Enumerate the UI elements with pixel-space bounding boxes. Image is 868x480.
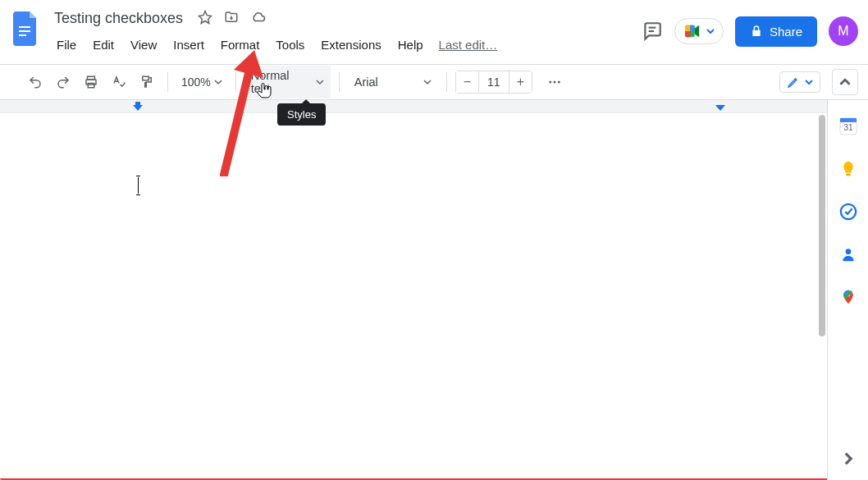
calendar-app-icon[interactable]: 31 <box>838 117 858 136</box>
indent-marker-left[interactable] <box>133 102 143 112</box>
svg-rect-1 <box>19 30 30 32</box>
styles-label: Normal text <box>251 69 311 95</box>
menu-tools[interactable]: Tools <box>268 34 312 55</box>
menu-format[interactable]: Format <box>213 34 267 55</box>
toolbar: 100% Normal text Arial − 11 + <box>0 64 868 100</box>
fontsize-value[interactable]: 11 <box>479 75 509 89</box>
zoom-value: 100% <box>181 75 211 89</box>
more-tools-button[interactable] <box>542 70 567 94</box>
zoom-dropdown[interactable]: 100% <box>176 75 227 89</box>
font-dropdown[interactable]: Arial <box>348 72 438 92</box>
text-cursor <box>138 177 139 194</box>
styles-tooltip: Styles <box>277 103 326 126</box>
meet-icon <box>683 24 701 39</box>
lock-icon <box>750 25 763 38</box>
paintformat-button[interactable] <box>135 70 159 94</box>
svg-point-9 <box>553 81 555 84</box>
spellcheck-button[interactable] <box>107 70 131 94</box>
meet-button[interactable] <box>674 18 724 44</box>
svg-text:31: 31 <box>843 123 853 132</box>
last-edit-link[interactable]: Last edit… <box>439 38 498 52</box>
svg-rect-0 <box>19 26 30 28</box>
menu-view[interactable]: View <box>123 34 164 55</box>
menu-extensions[interactable]: Extensions <box>313 34 388 55</box>
print-button[interactable] <box>79 70 103 94</box>
pencil-icon <box>787 75 800 89</box>
maps-app-icon[interactable] <box>838 287 858 307</box>
fontsize-control: − 11 + <box>455 71 532 94</box>
svg-point-22 <box>845 249 851 254</box>
svg-rect-2 <box>19 34 26 36</box>
font-label: Arial <box>354 75 378 89</box>
account-avatar[interactable]: M <box>829 16 858 46</box>
docs-logo[interactable] <box>10 7 43 51</box>
menu-insert[interactable]: Insert <box>166 34 212 55</box>
fontsize-decrease[interactable]: − <box>456 71 479 93</box>
contacts-app-icon[interactable] <box>838 245 858 264</box>
comments-button[interactable] <box>642 21 663 42</box>
styles-dropdown[interactable]: Normal text <box>244 66 331 98</box>
document-area <box>0 100 827 480</box>
svg-point-8 <box>549 81 551 84</box>
collapse-toolbar-button[interactable] <box>832 69 858 95</box>
fontsize-increase[interactable]: + <box>509 71 532 93</box>
page[interactable] <box>0 113 820 480</box>
ruler[interactable] <box>0 100 827 113</box>
chevron-down-icon <box>316 78 324 86</box>
editing-mode-button[interactable] <box>779 71 820 93</box>
keep-app-icon[interactable] <box>838 159 858 179</box>
chevron-down-icon <box>706 27 715 35</box>
redo-button[interactable] <box>51 70 75 94</box>
menu-bar: File Edit View Insert Format Tools Exten… <box>49 34 642 55</box>
vertical-scrollbar[interactable] <box>819 115 825 336</box>
sidepanel-toggle[interactable] <box>838 449 858 469</box>
svg-rect-20 <box>846 174 851 176</box>
undo-button[interactable] <box>23 70 48 94</box>
chevron-down-icon <box>214 78 222 86</box>
cloud-status-icon[interactable] <box>250 10 267 27</box>
side-panel: 31 <box>827 100 868 480</box>
svg-point-10 <box>558 81 560 84</box>
chevron-down-icon <box>805 78 813 86</box>
tasks-app-icon[interactable] <box>838 202 858 222</box>
indent-marker-right[interactable] <box>715 102 725 112</box>
document-title[interactable]: Testing checkboxes <box>49 8 188 29</box>
svg-rect-11 <box>135 102 140 105</box>
star-icon[interactable] <box>198 10 212 27</box>
menu-file[interactable]: File <box>49 34 84 55</box>
move-icon[interactable] <box>224 10 239 27</box>
menu-help[interactable]: Help <box>391 34 431 55</box>
share-label: Share <box>770 25 802 39</box>
share-button[interactable]: Share <box>735 16 817 47</box>
menu-edit[interactable]: Edit <box>85 34 121 55</box>
chevron-down-icon <box>423 78 432 86</box>
